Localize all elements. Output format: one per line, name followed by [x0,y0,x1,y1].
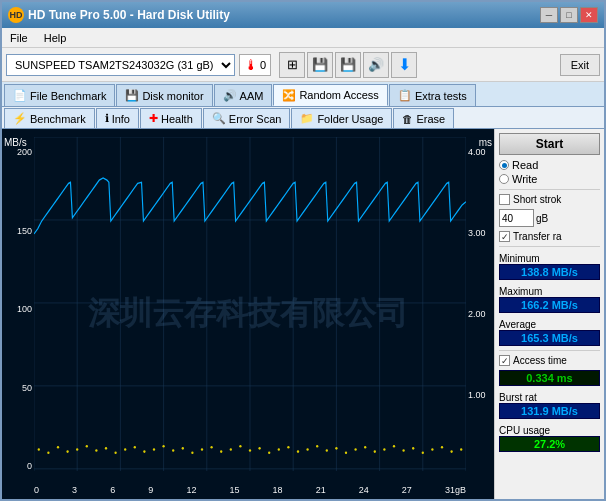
cpu-section: CPU usage 27.2% [499,423,600,452]
exit-button[interactable]: Exit [560,54,600,76]
disk-selector[interactable]: SUNSPEED TSAM2TS243032G (31 gB) [6,54,235,76]
svg-point-56 [422,451,424,454]
maximum-label: Maximum [499,286,600,297]
svg-point-40 [268,451,270,454]
svg-point-28 [153,448,155,451]
radio-read-circle[interactable] [499,160,509,170]
tab-info[interactable]: ℹ Info [96,108,139,128]
svg-point-58 [441,446,443,449]
temp-value: 0 [260,59,266,71]
access-time-checkbox[interactable]: ✓ [499,355,510,366]
main-content: MB/s ms 200 150 100 50 0 4.00 3.00 2.00 … [2,129,604,499]
chart-svg [34,137,466,471]
maximize-button[interactable]: □ [560,7,578,23]
svg-point-36 [230,448,232,451]
divider-2 [499,246,600,247]
burst-rate-label: Burst rat [499,392,600,403]
cpu-label: CPU usage [499,425,600,436]
burst-rate-section: Burst rat 131.9 MB/s [499,390,600,419]
svg-point-18 [57,446,59,449]
svg-point-32 [191,451,193,454]
x-axis-numbers: 0 3 6 9 12 15 18 21 24 27 31gB [34,485,466,495]
tab-error-scan[interactable]: 🔍 Error Scan [203,108,291,128]
svg-point-25 [124,448,126,451]
svg-point-44 [306,448,308,451]
svg-point-19 [66,450,68,453]
svg-point-22 [95,449,97,452]
side-panel: Start Read Write Short strok gB [494,129,604,499]
burst-rate-value: 131.9 MB/s [499,403,600,419]
main-window: HD HD Tune Pro 5.00 - Hard Disk Utility … [0,0,606,501]
toolbar-btn-2[interactable]: 💾 [307,52,333,78]
toolbar-btn-5[interactable]: ⬇ [391,52,417,78]
cpu-value: 27.2% [499,436,600,452]
svg-point-16 [38,448,40,451]
menu-help[interactable]: Help [40,31,71,45]
disk-monitor-icon: 💾 [125,89,139,102]
minimize-button[interactable]: ─ [540,7,558,23]
tabs-bottom: ⚡ Benchmark ℹ Info ✚ Health 🔍 Error Scan… [2,107,604,129]
stroke-input-row: gB [499,209,600,227]
svg-point-46 [326,449,328,452]
tab-benchmark[interactable]: ⚡ Benchmark [4,108,95,128]
transfer-checkbox[interactable]: ✓ [499,231,510,242]
tab-erase[interactable]: 🗑 Erase [393,108,454,128]
short-strok-checkbox[interactable] [499,194,510,205]
tab-folder-usage[interactable]: 📁 Folder Usage [291,108,392,128]
svg-point-55 [412,447,414,450]
toolbar-icons: ⊞ 💾 💾 🔊 ⬇ [279,52,417,78]
radio-write[interactable]: Write [499,173,600,185]
svg-point-43 [297,450,299,453]
tab-random-access[interactable]: 🔀 Random Access [273,84,387,106]
svg-point-53 [393,445,395,448]
chart-svg-container [34,137,466,471]
svg-point-26 [134,446,136,449]
toolbar-btn-4[interactable]: 🔊 [363,52,389,78]
svg-point-23 [105,447,107,450]
checkbox-transfer[interactable]: ✓ Transfer ra [499,231,600,242]
window-title: HD Tune Pro 5.00 - Hard Disk Utility [28,8,230,22]
svg-point-37 [239,445,241,448]
svg-point-27 [143,450,145,453]
svg-point-57 [431,448,433,451]
thermometer-icon: 🌡 [244,57,258,73]
chart-area: MB/s ms 200 150 100 50 0 4.00 3.00 2.00 … [2,129,494,499]
radio-write-circle[interactable] [499,174,509,184]
menu-file[interactable]: File [6,31,32,45]
minimum-section: Minimum 138.8 MB/s [499,251,600,280]
tab-aam[interactable]: 🔊 AAM [214,84,273,106]
tab-file-benchmark[interactable]: 📄 File Benchmark [4,84,115,106]
svg-point-24 [114,451,116,454]
svg-point-31 [182,447,184,450]
svg-point-49 [354,448,356,451]
radio-read[interactable]: Read [499,159,600,171]
extra-tests-icon: 📋 [398,89,412,102]
close-button[interactable]: ✕ [580,7,598,23]
start-button[interactable]: Start [499,133,600,155]
average-section: Average 165.3 MB/s [499,317,600,346]
svg-point-60 [460,448,462,451]
svg-point-21 [86,445,88,448]
menu-bar: File Help [2,28,604,48]
toolbar-btn-1[interactable]: ⊞ [279,52,305,78]
checkbox-short-strok[interactable]: Short strok [499,194,600,205]
toolbar-btn-3[interactable]: 💾 [335,52,361,78]
stroke-unit: gB [536,213,548,224]
tabs-top: 📄 File Benchmark 💾 Disk monitor 🔊 AAM 🔀 … [2,82,604,107]
tab-disk-monitor[interactable]: 💾 Disk monitor [116,84,212,106]
aam-icon: 🔊 [223,89,237,102]
tab-health[interactable]: ✚ Health [140,108,202,128]
svg-point-59 [450,450,452,453]
tab-extra-tests[interactable]: 📋 Extra tests [389,84,476,106]
svg-point-17 [47,451,49,454]
title-buttons: ─ □ ✕ [540,7,598,23]
svg-point-41 [278,448,280,451]
average-label: Average [499,319,600,330]
benchmark-icon: ⚡ [13,112,27,125]
checkbox-access-time[interactable]: ✓ Access time [499,355,600,366]
toolbar: SUNSPEED TSAM2TS243032G (31 gB) 🌡 0 ⊞ 💾 … [2,48,604,82]
maximum-value: 166.2 MB/s [499,297,600,313]
stroke-input[interactable] [499,209,534,227]
svg-point-39 [258,447,260,450]
svg-point-50 [364,446,366,449]
